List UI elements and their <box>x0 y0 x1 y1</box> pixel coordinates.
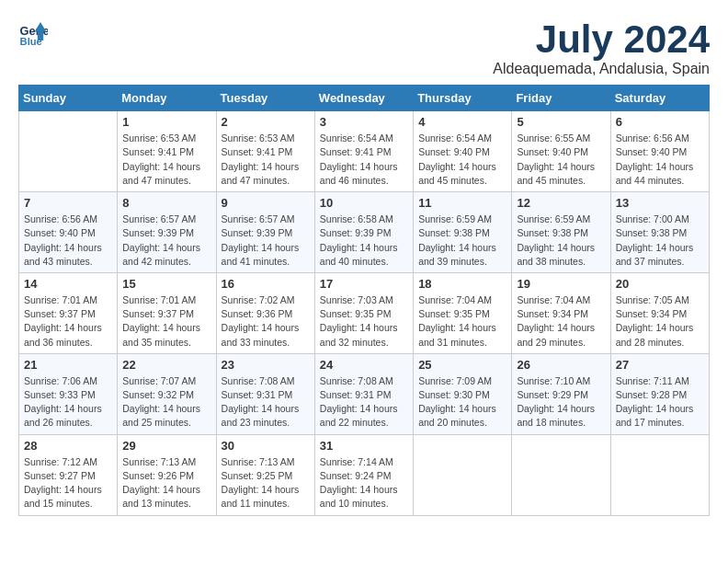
day-info: Sunrise: 7:12 AMSunset: 9:27 PMDaylight:… <box>24 455 112 511</box>
day-info: Sunrise: 6:59 AMSunset: 9:38 PMDaylight:… <box>418 213 506 269</box>
day-info: Sunrise: 6:56 AMSunset: 9:40 PMDaylight:… <box>24 213 112 269</box>
calendar-cell: 23Sunrise: 7:08 AMSunset: 9:31 PMDayligh… <box>216 353 314 434</box>
calendar-cell: 20Sunrise: 7:05 AMSunset: 9:34 PMDayligh… <box>610 272 709 353</box>
day-info: Sunrise: 7:13 AMSunset: 9:25 PMDaylight:… <box>222 455 310 511</box>
calendar-cell: 31Sunrise: 7:14 AMSunset: 9:24 PMDayligh… <box>314 434 413 515</box>
calendar-table: SundayMondayTuesdayWednesdayThursdayFrid… <box>18 85 710 515</box>
day-number: 11 <box>418 196 506 210</box>
calendar-cell: 13Sunrise: 7:00 AMSunset: 9:38 PMDayligh… <box>610 192 709 273</box>
calendar-cell: 8Sunrise: 6:57 AMSunset: 9:39 PMDaylight… <box>118 192 216 273</box>
day-info: Sunrise: 6:57 AMSunset: 9:39 PMDaylight:… <box>222 213 310 269</box>
day-info: Sunrise: 7:03 AMSunset: 9:35 PMDaylight:… <box>320 293 408 350</box>
title-block: July 2024 Aldeaquemada, Andalusia, Spain <box>493 18 710 77</box>
day-number: 10 <box>320 196 408 210</box>
day-info: Sunrise: 7:01 AMSunset: 9:37 PMDaylight:… <box>122 293 210 350</box>
day-info: Sunrise: 7:06 AMSunset: 9:33 PMDaylight:… <box>24 374 112 431</box>
day-info: Sunrise: 7:07 AMSunset: 9:32 PMDaylight:… <box>122 374 210 431</box>
day-number: 1 <box>122 115 210 129</box>
day-number: 4 <box>418 115 506 129</box>
day-number: 24 <box>320 358 408 372</box>
day-info: Sunrise: 7:04 AMSunset: 9:34 PMDaylight:… <box>517 293 605 350</box>
day-info: Sunrise: 7:11 AMSunset: 9:28 PMDaylight:… <box>616 374 704 431</box>
calendar-cell: 27Sunrise: 7:11 AMSunset: 9:28 PMDayligh… <box>610 353 709 434</box>
day-info: Sunrise: 7:04 AMSunset: 9:35 PMDaylight:… <box>418 293 506 350</box>
calendar-cell <box>512 434 610 515</box>
day-info: Sunrise: 7:14 AMSunset: 9:24 PMDaylight:… <box>320 455 408 511</box>
calendar-week-row: 7Sunrise: 6:56 AMSunset: 9:40 PMDaylight… <box>19 192 710 273</box>
day-info: Sunrise: 6:53 AMSunset: 9:41 PMDaylight:… <box>222 132 310 188</box>
day-number: 23 <box>222 358 310 372</box>
day-info: Sunrise: 7:09 AMSunset: 9:30 PMDaylight:… <box>418 374 506 431</box>
location: Aldeaquemada, Andalusia, Spain <box>493 61 710 77</box>
logo-icon: General Blue <box>18 18 48 48</box>
header-day: Tuesday <box>216 86 314 111</box>
calendar-cell <box>610 434 709 515</box>
calendar-cell: 29Sunrise: 7:13 AMSunset: 9:26 PMDayligh… <box>118 434 216 515</box>
calendar-cell: 6Sunrise: 6:56 AMSunset: 9:40 PMDaylight… <box>610 111 709 192</box>
day-number: 28 <box>24 439 112 453</box>
day-info: Sunrise: 7:05 AMSunset: 9:34 PMDaylight:… <box>616 293 704 350</box>
day-number: 21 <box>24 358 112 372</box>
calendar-cell: 15Sunrise: 7:01 AMSunset: 9:37 PMDayligh… <box>118 272 216 353</box>
day-info: Sunrise: 6:58 AMSunset: 9:39 PMDaylight:… <box>320 213 408 269</box>
calendar-cell: 28Sunrise: 7:12 AMSunset: 9:27 PMDayligh… <box>19 434 118 515</box>
calendar-cell: 5Sunrise: 6:55 AMSunset: 9:40 PMDaylight… <box>512 111 610 192</box>
day-number: 22 <box>122 358 210 372</box>
header-day: Wednesday <box>314 86 413 111</box>
day-number: 3 <box>320 115 408 129</box>
day-number: 12 <box>517 196 605 210</box>
day-number: 31 <box>320 439 408 453</box>
day-number: 25 <box>418 358 506 372</box>
logo: General Blue <box>18 18 48 48</box>
calendar-cell <box>19 111 118 192</box>
header-day: Saturday <box>610 86 709 111</box>
day-number: 29 <box>122 439 210 453</box>
calendar-cell: 7Sunrise: 6:56 AMSunset: 9:40 PMDaylight… <box>19 192 118 273</box>
day-number: 8 <box>122 196 210 210</box>
calendar-cell: 26Sunrise: 7:10 AMSunset: 9:29 PMDayligh… <box>512 353 610 434</box>
day-number: 30 <box>222 439 310 453</box>
calendar-cell: 10Sunrise: 6:58 AMSunset: 9:39 PMDayligh… <box>314 192 413 273</box>
day-number: 15 <box>122 277 210 291</box>
calendar-cell: 4Sunrise: 6:54 AMSunset: 9:40 PMDaylight… <box>414 111 512 192</box>
day-info: Sunrise: 7:08 AMSunset: 9:31 PMDaylight:… <box>222 374 310 431</box>
day-info: Sunrise: 6:57 AMSunset: 9:39 PMDaylight:… <box>122 213 210 269</box>
calendar-week-row: 1Sunrise: 6:53 AMSunset: 9:41 PMDaylight… <box>19 111 710 192</box>
header-day: Thursday <box>414 86 512 111</box>
calendar-cell: 2Sunrise: 6:53 AMSunset: 9:41 PMDaylight… <box>216 111 314 192</box>
day-number: 18 <box>418 277 506 291</box>
calendar-cell: 19Sunrise: 7:04 AMSunset: 9:34 PMDayligh… <box>512 272 610 353</box>
calendar-week-row: 21Sunrise: 7:06 AMSunset: 9:33 PMDayligh… <box>19 353 710 434</box>
day-info: Sunrise: 6:59 AMSunset: 9:38 PMDaylight:… <box>517 213 605 269</box>
header-row: SundayMondayTuesdayWednesdayThursdayFrid… <box>19 86 710 111</box>
day-number: 9 <box>222 196 310 210</box>
day-number: 26 <box>517 358 605 372</box>
calendar-cell: 9Sunrise: 6:57 AMSunset: 9:39 PMDaylight… <box>216 192 314 273</box>
calendar-cell: 11Sunrise: 6:59 AMSunset: 9:38 PMDayligh… <box>414 192 512 273</box>
day-info: Sunrise: 7:00 AMSunset: 9:38 PMDaylight:… <box>616 213 704 269</box>
calendar-cell: 22Sunrise: 7:07 AMSunset: 9:32 PMDayligh… <box>118 353 216 434</box>
calendar-cell: 12Sunrise: 6:59 AMSunset: 9:38 PMDayligh… <box>512 192 610 273</box>
header-day: Monday <box>118 86 216 111</box>
day-number: 20 <box>616 277 704 291</box>
calendar-cell: 17Sunrise: 7:03 AMSunset: 9:35 PMDayligh… <box>314 272 413 353</box>
day-info: Sunrise: 7:02 AMSunset: 9:36 PMDaylight:… <box>222 293 310 350</box>
day-number: 27 <box>616 358 704 372</box>
calendar-cell: 18Sunrise: 7:04 AMSunset: 9:35 PMDayligh… <box>414 272 512 353</box>
day-number: 13 <box>616 196 704 210</box>
day-number: 16 <box>222 277 310 291</box>
day-number: 6 <box>616 115 704 129</box>
calendar-week-row: 28Sunrise: 7:12 AMSunset: 9:27 PMDayligh… <box>19 434 710 515</box>
day-info: Sunrise: 7:01 AMSunset: 9:37 PMDaylight:… <box>24 293 112 350</box>
day-number: 14 <box>24 277 112 291</box>
calendar-cell: 24Sunrise: 7:08 AMSunset: 9:31 PMDayligh… <box>314 353 413 434</box>
calendar-cell: 14Sunrise: 7:01 AMSunset: 9:37 PMDayligh… <box>19 272 118 353</box>
day-info: Sunrise: 7:10 AMSunset: 9:29 PMDaylight:… <box>517 374 605 431</box>
day-number: 2 <box>222 115 310 129</box>
calendar-cell: 3Sunrise: 6:54 AMSunset: 9:41 PMDaylight… <box>314 111 413 192</box>
day-number: 17 <box>320 277 408 291</box>
calendar-week-row: 14Sunrise: 7:01 AMSunset: 9:37 PMDayligh… <box>19 272 710 353</box>
day-info: Sunrise: 6:53 AMSunset: 9:41 PMDaylight:… <box>122 132 210 188</box>
header-day: Friday <box>512 86 610 111</box>
day-number: 5 <box>517 115 605 129</box>
